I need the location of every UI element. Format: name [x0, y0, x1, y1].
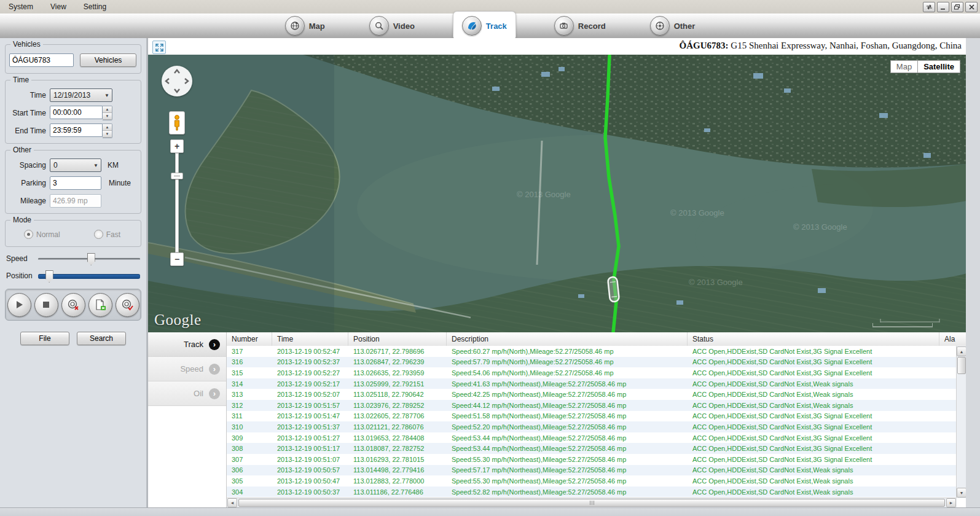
restore-button[interactable]	[951, 2, 963, 12]
tab-map[interactable]: Map	[279, 14, 331, 38]
cell-time: 2013-12-19 00:51:57	[272, 402, 348, 409]
zoom-out-button[interactable]: −	[170, 252, 184, 266]
pan-control[interactable]	[162, 66, 192, 96]
scroll-up-icon[interactable]: ▲	[957, 346, 966, 356]
col-alarm[interactable]: Ala	[939, 332, 966, 346]
radio-fast[interactable]: Fast	[94, 230, 120, 239]
stop-button[interactable]	[34, 293, 58, 317]
table-row[interactable]: 3072013-12-19 00:51:07113.016293, 22.781…	[227, 454, 957, 465]
search-button[interactable]: Search	[77, 332, 126, 345]
tab-track-data[interactable]: Track ›	[148, 332, 226, 357]
zoom-in-button[interactable]: +	[170, 139, 184, 153]
tab-other[interactable]: Other	[644, 14, 702, 38]
scroll-right-icon[interactable]: ►	[946, 498, 956, 507]
col-description[interactable]: Description	[447, 332, 688, 346]
cell-position: 113.011186, 22.776486	[348, 488, 447, 496]
table-row[interactable]: 3052013-12-19 00:50:47113.012883, 22.778…	[227, 475, 957, 487]
cell-number: 307	[227, 456, 272, 463]
col-position[interactable]: Position	[348, 332, 447, 346]
vehicle-address: G15 Shenhai Expressway, Nanhai, Foshan, …	[729, 41, 962, 50]
table-row[interactable]: 3092013-12-19 00:51:27113.019653, 22.784…	[227, 432, 957, 444]
stop-record-track-button[interactable]	[61, 293, 85, 317]
radio-normal[interactable]: Normal	[24, 230, 60, 239]
table-row[interactable]: 3132013-12-19 00:52:07113.025118, 22.790…	[227, 389, 957, 400]
table-header: Number Time Position Description Status …	[227, 332, 966, 346]
tab-other-label: Other	[674, 22, 696, 31]
cell-time: 2013-12-19 00:50:57	[272, 466, 348, 474]
horizontal-scroll-thumb[interactable]	[238, 499, 945, 507]
cell-time: 2013-12-19 00:52:37	[272, 358, 348, 366]
spacing-dropdown[interactable]: 0 ▼	[50, 158, 101, 172]
speed-label: Speed	[6, 254, 38, 263]
zoom-slider-thumb[interactable]	[171, 173, 183, 179]
table-row[interactable]: 3122013-12-19 00:51:57113.023976, 22.789…	[227, 400, 957, 411]
scroll-down-icon[interactable]: ▼	[957, 488, 966, 498]
cell-time: 2013-12-19 00:51:37	[272, 423, 348, 431]
speed-slider-thumb[interactable]	[87, 253, 95, 265]
cell-position: 113.021121, 22.786076	[348, 423, 447, 431]
table-row[interactable]: 3082013-12-19 00:51:17113.018087, 22.782…	[227, 443, 957, 454]
tab-video[interactable]: Video	[363, 14, 421, 38]
col-time[interactable]: Time	[272, 332, 348, 346]
time-group-label: Time	[10, 76, 31, 84]
arrow-circle-icon: ›	[209, 339, 220, 350]
table-row[interactable]: 3112013-12-19 00:51:47113.022605, 22.787…	[227, 411, 957, 422]
tab-speed-data[interactable]: Speed ›	[148, 357, 226, 381]
date-dropdown[interactable]: 12/19/2013 ▼	[50, 88, 112, 102]
pegman-control[interactable]	[169, 111, 185, 135]
map-icon	[285, 16, 305, 36]
map-type-map-button[interactable]: Map	[890, 60, 918, 73]
end-time-input[interactable]	[50, 123, 103, 137]
minimize-button[interactable]	[937, 2, 949, 12]
vehicle-marker[interactable]	[608, 276, 619, 302]
table-row[interactable]: 3062013-12-19 00:50:57113.014498, 22.779…	[227, 465, 957, 476]
cell-status: ACC Open,HDDExist,SD CardNot Exist,3G Si…	[688, 412, 939, 420]
map-canvas[interactable]: © 2013 Google © 2013 Google © 2013 Googl…	[148, 55, 966, 332]
position-slider-thumb[interactable]	[45, 270, 53, 283]
table-row[interactable]: 3142013-12-19 00:52:17113.025999, 22.792…	[227, 378, 957, 389]
speed-slider[interactable]	[38, 253, 140, 264]
tab-oil-data[interactable]: Oil ›	[148, 381, 226, 406]
cell-time: 2013-12-19 00:51:07	[272, 456, 348, 463]
vertical-scrollbar[interactable]: ▲ ▼	[956, 346, 966, 498]
tab-record[interactable]: Record	[548, 14, 612, 38]
play-button[interactable]	[7, 293, 31, 317]
close-file-button[interactable]	[88, 293, 112, 317]
vehicles-button[interactable]: Vehicles	[80, 53, 136, 67]
switch-window-button[interactable]	[923, 2, 935, 12]
menu-view[interactable]: View	[42, 0, 75, 14]
map-type-satellite-button[interactable]: Satellite	[918, 60, 960, 73]
parking-input[interactable]	[50, 176, 101, 190]
start-time-input[interactable]	[50, 106, 103, 119]
tab-track[interactable]: Track	[453, 11, 516, 41]
position-slider[interactable]	[38, 270, 140, 281]
table-row[interactable]: 3172013-12-19 00:52:47113.026717, 22.798…	[227, 346, 957, 357]
zoom-slider-track[interactable]	[175, 153, 179, 252]
tab-video-label: Video	[393, 22, 415, 31]
col-number[interactable]: Number	[227, 332, 272, 346]
menu-system[interactable]: System	[0, 0, 42, 14]
cell-description: Speed:42.25 mp/h(Northeast),Mileage:52.2…	[447, 391, 688, 398]
start-time-arrows[interactable]: ▲▼	[103, 106, 112, 120]
table-row[interactable]: 3162013-12-19 00:52:37113.026847, 22.796…	[227, 357, 957, 368]
google-watermark: © 2013 Google	[670, 208, 724, 217]
close-button[interactable]	[965, 2, 978, 12]
fullscreen-button[interactable]	[152, 41, 166, 54]
col-status[interactable]: Status	[688, 332, 939, 346]
horizontal-scrollbar[interactable]: ◄ ►	[227, 498, 957, 507]
table-row[interactable]: 3152013-12-19 00:52:27113.026635, 22.793…	[227, 367, 957, 378]
file-button[interactable]: File	[20, 332, 69, 345]
google-logo[interactable]: Google	[154, 311, 202, 329]
cell-time: 2013-12-19 00:52:17	[272, 380, 348, 388]
scroll-left-icon[interactable]: ◄	[227, 498, 237, 507]
track-icon	[462, 16, 482, 36]
spacing-value: 0	[50, 161, 91, 170]
cell-description: Speed:55.30 mp/h(Northeast),Mileage:52.2…	[447, 456, 688, 463]
end-time-arrows[interactable]: ▲▼	[103, 123, 112, 138]
table-row[interactable]: 3042013-12-19 00:50:37113.011186, 22.776…	[227, 487, 957, 498]
vertical-scroll-thumb[interactable]	[957, 357, 966, 374]
table-row[interactable]: 3102013-12-19 00:51:37113.021121, 22.786…	[227, 421, 957, 432]
confirm-track-button[interactable]	[116, 293, 139, 317]
menu-setting[interactable]: Setting	[75, 0, 115, 14]
vehicle-id-input[interactable]	[9, 53, 74, 67]
